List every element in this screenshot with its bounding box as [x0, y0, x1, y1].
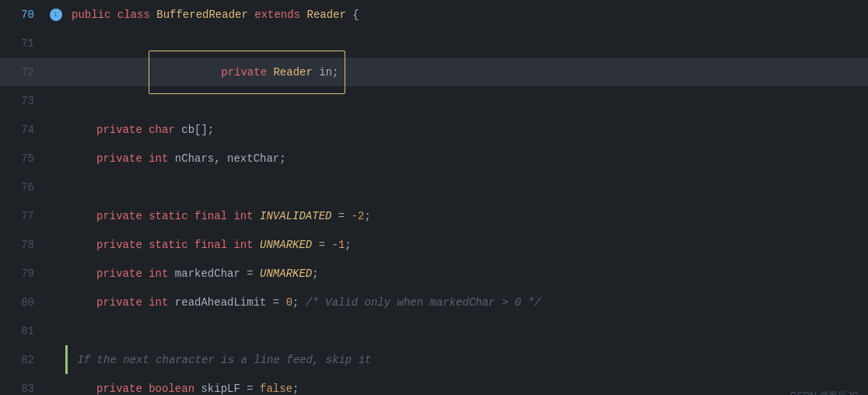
code-line-76: 76 [0, 173, 868, 201]
line-number-75: 75 [0, 152, 47, 165]
breakpoint-icon-70[interactable]: ↓ [50, 9, 62, 21]
code-line-83: 83 private boolean skipLF = false; CSDN … [0, 374, 868, 395]
line-number-81: 81 [0, 325, 47, 337]
line-number-76: 76 [0, 181, 47, 194]
kw-static-77: static [149, 210, 194, 222]
kw-p-80: private [96, 296, 149, 309]
line-icon-70: ↓ [47, 9, 65, 21]
comment-80: /* Valid only when markedChar > 0 */ [306, 296, 541, 309]
kw-p-77: private [96, 210, 149, 222]
kw-p-83: private [96, 383, 149, 395]
semi-80: ; [292, 296, 306, 309]
const-unmarked: UNMARKED [260, 239, 312, 251]
keyword-public: public [72, 9, 117, 21]
kw-final-78: final [194, 239, 233, 251]
code-line-79: 79 private int markedChar = UNMARKED; [0, 259, 868, 288]
classname-reader: Reader [306, 9, 352, 21]
const-unmarked-ref: UNMARKED [260, 267, 312, 280]
kw-static-78: static [149, 239, 194, 251]
code-line-70: 70 ↓ public class BufferedReader extends… [0, 0, 868, 29]
val-false: false [260, 383, 292, 395]
line-number-70: 70 [0, 9, 47, 21]
line-number-83: 83 [0, 383, 47, 395]
code-content-83: private boolean skipLF = false; [65, 383, 868, 395]
keyword-char-74: char [149, 124, 181, 136]
eq-77: = [331, 210, 351, 222]
code-line-75: 75 private int nChars, nextChar; [0, 144, 868, 173]
semicolon-72: ; [332, 66, 338, 79]
keyword-class: class [117, 9, 156, 21]
line-number-80: 80 [0, 296, 47, 309]
code-line-78: 78 private static final int UNMARKED = -… [0, 230, 868, 259]
line-number-71: 71 [0, 37, 47, 50]
code-content-80: private int readAheadLimit = 0; /* Valid… [65, 296, 868, 309]
keyword-int-75: int [149, 152, 175, 165]
kw-int-77: int [233, 210, 260, 222]
code-content-77: private static final int INVALIDATED = -… [65, 210, 868, 222]
line-number-82: 82 [0, 354, 47, 366]
code-line-72: 72 private Reader in; [0, 58, 868, 86]
code-content-78: private static final int UNMARKED = -1; [65, 239, 868, 251]
code-content-79: private int markedChar = UNMARKED; [65, 267, 868, 280]
num-0: 0 [286, 296, 292, 309]
semi-79: ; [312, 267, 318, 280]
code-line-73: 73 [0, 86, 868, 115]
keyword-extends: extends [254, 9, 306, 21]
kw-int-78: int [233, 239, 260, 251]
var-cb: cb [181, 124, 194, 136]
line-number-77: 77 [0, 210, 47, 222]
green-bar-82 [65, 345, 68, 374]
code-content-74: private char cb[]; [65, 124, 868, 136]
watermark: CSDN @墨辰JC [790, 390, 859, 395]
comment-line-82: If the next character is a line feed, sk… [71, 354, 371, 366]
semi-78: ; [345, 239, 351, 251]
bracket-open-70: { [352, 9, 359, 21]
code-content-75: private int nChars, nextChar; [65, 152, 868, 165]
kw-p-78: private [96, 239, 149, 251]
code-line-80: 80 private int readAheadLimit = 0; /* Va… [0, 288, 868, 316]
code-container: 70 ↓ public class BufferedReader extends… [0, 0, 868, 395]
code-content-82: If the next character is a line feed, sk… [65, 345, 868, 374]
const-invalidated: INVALIDATED [260, 210, 331, 222]
brackets-74: []; [194, 124, 214, 136]
var-skipLF: skipLF = [201, 383, 260, 395]
code-line-77: 77 private static final int INVALIDATED … [0, 201, 868, 230]
var-nChars: nChars, nextChar; [175, 152, 286, 165]
kw-p-79: private [96, 267, 149, 280]
var-markedChar: markedChar = [175, 267, 260, 280]
line-number-73: 73 [0, 95, 47, 107]
keyword-private-75: private [96, 152, 149, 165]
line-number-72: 72 [0, 66, 47, 79]
kw-boolean-83: boolean [149, 383, 201, 395]
code-content-70: public class BufferedReader extends Read… [65, 9, 868, 21]
line-number-78: 78 [0, 239, 47, 251]
var-in: in [319, 66, 332, 79]
kw-final-77: final [194, 210, 233, 222]
kw-int-79: int [149, 267, 175, 280]
keyword-private-74: private [96, 124, 149, 136]
keyword-private-72: private [221, 66, 273, 79]
semi-77: ; [365, 210, 371, 222]
eq-78: = [312, 239, 331, 251]
var-readAheadLimit: readAheadLimit = [175, 296, 286, 309]
line-number-74: 74 [0, 124, 47, 136]
classname-bufferedreader: BufferedReader [156, 9, 254, 21]
code-line-81: 81 [0, 316, 868, 345]
code-line-74: 74 private char cb[]; [0, 115, 868, 144]
num-neg1: -1 [332, 239, 345, 251]
kw-int-80: int [149, 296, 175, 309]
line-number-79: 79 [0, 267, 47, 280]
code-line-82: 82 If the next character is a line feed,… [0, 345, 868, 374]
num-neg2: -2 [352, 210, 365, 222]
semi-83: ; [292, 383, 299, 395]
type-reader-72: Reader [273, 66, 319, 79]
